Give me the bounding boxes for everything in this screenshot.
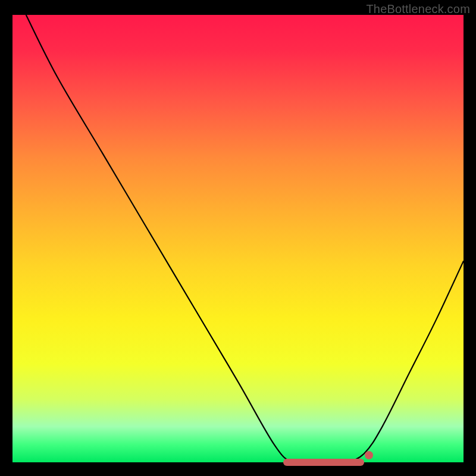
trough-highlight xyxy=(283,459,364,466)
watermark-text: TheBottleneck.com xyxy=(366,2,470,16)
chart-curve xyxy=(12,15,464,462)
